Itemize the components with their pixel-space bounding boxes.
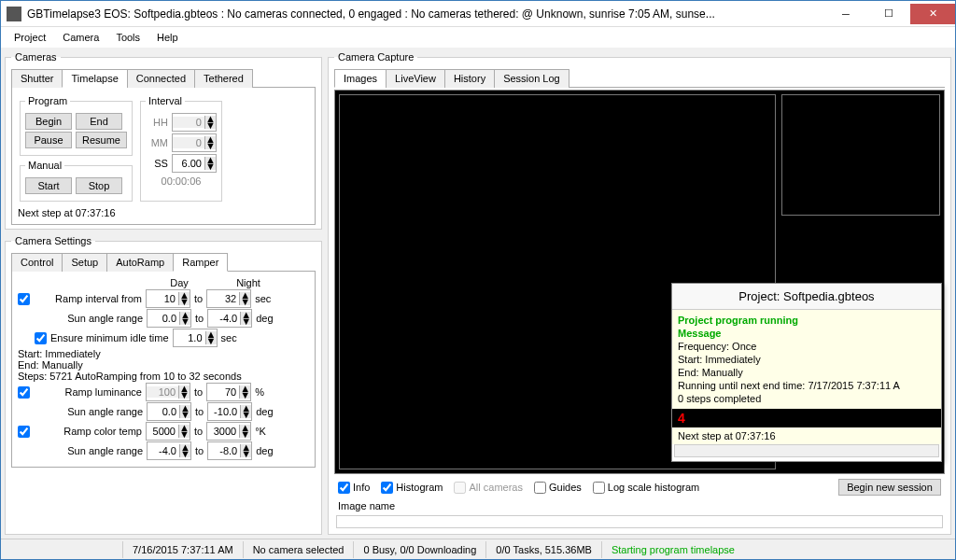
start-line: Start: Immediately — [18, 348, 309, 359]
sun-angle-label-3: Sun angle range — [35, 445, 143, 456]
interval-legend: Interval — [146, 95, 185, 106]
menu-camera[interactable]: Camera — [55, 29, 106, 46]
popup-progress — [674, 444, 939, 457]
popup-title: Project: Softpedia.gbteos — [672, 284, 941, 310]
tab-images[interactable]: Images — [334, 69, 387, 88]
camera-settings-group: Camera Settings Control Setup AutoRamp R… — [5, 235, 322, 535]
status-tasks: 0/0 Tasks, 515.36MB — [485, 541, 601, 558]
cameras-legend: Cameras — [11, 51, 61, 63]
ramp-interval-night-spin[interactable]: ▲▼ — [206, 289, 251, 308]
ensure-idle-spin[interactable]: ▲▼ — [173, 329, 218, 347]
popup-start: Start: Immediately — [678, 353, 935, 366]
next-step-label: Next step at 07:37:16 — [18, 207, 309, 218]
status-action: Starting program timelapse — [601, 541, 744, 558]
status-busy: 0 Busy, 0/0 Downloading — [353, 541, 485, 558]
popup-freq: Frequency: Once — [678, 340, 935, 353]
manual-start-button[interactable]: Start — [25, 177, 72, 194]
logscale-check[interactable] — [593, 482, 605, 494]
maximize-button[interactable]: ☐ — [867, 4, 910, 24]
interval-readout: 00:00:06 — [146, 175, 217, 187]
ensure-idle-check[interactable] — [35, 332, 47, 344]
popup-countdown: 4 — [672, 409, 941, 427]
tab-history[interactable]: History — [444, 69, 495, 88]
ct-sun-night-spin[interactable]: ▲▼ — [207, 441, 252, 460]
manual-stop-button[interactable]: Stop — [76, 177, 122, 194]
ensure-idle-label: Ensure minimum idle time — [50, 332, 169, 343]
popup-nextstep: Next step at 07:37:16 — [672, 427, 941, 444]
camera-settings-legend: Camera Settings — [11, 235, 95, 246]
ramp-lum-check[interactable] — [18, 386, 30, 399]
allcameras-check — [454, 482, 466, 494]
ramp-lum-night-spin[interactable]: ▲▼ — [206, 383, 251, 401]
ss-spinner[interactable]: ▲▼ — [172, 154, 217, 173]
ramp-lum-day-spin[interactable]: ▲▼ — [146, 383, 190, 401]
mm-spinner[interactable]: ▲▼ — [172, 133, 217, 152]
popup-until: Running until next end time: 7/17/2015 7… — [678, 379, 935, 392]
image-name-label: Image name — [334, 498, 945, 513]
ramp-ct-check[interactable] — [18, 426, 30, 438]
ramp-interval-label: Ramp interval from — [34, 293, 142, 304]
close-button[interactable]: ✕ — [910, 4, 955, 24]
sun-angle-night-1[interactable]: ▲▼ — [207, 309, 252, 328]
statusbar: 7/16/2015 7:37:11 AM No camera selected … — [1, 539, 955, 559]
menu-help[interactable]: Help — [149, 29, 186, 46]
hdr-day: Day — [156, 277, 203, 288]
histogram-check[interactable] — [381, 482, 393, 494]
cameras-group: Cameras Shutter Timelapse Connected Teth… — [5, 51, 322, 230]
resume-button[interactable]: Resume — [76, 132, 127, 148]
tab-control[interactable]: Control — [11, 253, 63, 272]
minimize-button[interactable]: ─ — [824, 4, 867, 24]
tab-autoramp[interactable]: AutoRamp — [106, 253, 174, 272]
tab-timelapse[interactable]: Timelapse — [62, 69, 127, 88]
menu-project[interactable]: Project — [7, 29, 53, 46]
capture-scrollbar[interactable] — [336, 515, 943, 528]
ramp-interval-day-spin[interactable]: ▲▼ — [146, 289, 190, 308]
window-title: GBTimelapse3 EOS: Softpedia.gbteos : No … — [27, 7, 824, 21]
end-line: End: Manually — [18, 359, 309, 371]
popup-steps: 0 steps completed — [678, 392, 935, 405]
end-button[interactable]: End — [76, 113, 122, 130]
manual-group: Manual StartStop — [20, 160, 133, 202]
status-time: 7/16/2015 7:37:11 AM — [122, 541, 243, 558]
ramp-ct-day-spin[interactable]: ▲▼ — [146, 422, 190, 441]
ramp-ct-label: Ramp color temp — [34, 426, 142, 437]
steps-line: Steps: 5721 AutoRamping from 10 to 32 se… — [18, 371, 309, 382]
begin-session-button[interactable]: Begin new session — [838, 479, 941, 496]
info-check[interactable] — [338, 482, 350, 494]
ct-sun-day-spin[interactable]: ▲▼ — [147, 441, 191, 460]
hh-label: HH — [146, 117, 168, 128]
mm-label: MM — [146, 137, 168, 148]
tab-ramper[interactable]: Ramper — [173, 253, 228, 272]
program-group: Program BeginEnd PauseResume — [20, 95, 133, 156]
tab-setup[interactable]: Setup — [62, 253, 107, 272]
manual-legend: Manual — [25, 160, 64, 171]
tab-shutter[interactable]: Shutter — [11, 69, 63, 88]
guides-check[interactable] — [534, 482, 546, 494]
ramp-interval-check[interactable] — [18, 293, 30, 305]
tab-connected[interactable]: Connected — [127, 69, 195, 88]
menubar: Project Camera Tools Help — [1, 27, 955, 48]
app-icon — [7, 7, 21, 21]
preview-side — [781, 94, 940, 216]
tab-sessionlog[interactable]: Session Log — [494, 69, 569, 88]
program-legend: Program — [25, 95, 70, 106]
interval-group: Interval HH▲▼ MM▲▼ SS▲▼ 00:00:06 — [140, 95, 222, 202]
menu-tools[interactable]: Tools — [108, 29, 148, 46]
tab-tethered[interactable]: Tethered — [194, 69, 253, 88]
popup-message: Message — [678, 327, 935, 340]
sun-angle-label-2: Sun angle range — [35, 406, 143, 417]
titlebar: GBTimelapse3 EOS: Softpedia.gbteos : No … — [1, 1, 955, 27]
sun-angle-day-1[interactable]: ▲▼ — [147, 309, 191, 328]
lum-sun-night-spin[interactable]: ▲▼ — [207, 402, 252, 421]
begin-button[interactable]: Begin — [25, 113, 72, 130]
tab-liveview[interactable]: LiveView — [386, 69, 445, 88]
hh-spinner[interactable]: ▲▼ — [172, 113, 217, 132]
status-camera: No camera selected — [243, 541, 354, 558]
popup-running: Project program running — [678, 314, 935, 327]
project-popup: Project: Softpedia.gbteos Project progra… — [671, 283, 942, 462]
sun-angle-label-1: Sun angle range — [35, 313, 143, 324]
ramp-ct-night-spin[interactable]: ▲▼ — [206, 422, 251, 441]
pause-button[interactable]: Pause — [25, 132, 72, 148]
popup-end: End: Manually — [678, 366, 935, 379]
lum-sun-day-spin[interactable]: ▲▼ — [147, 402, 191, 421]
